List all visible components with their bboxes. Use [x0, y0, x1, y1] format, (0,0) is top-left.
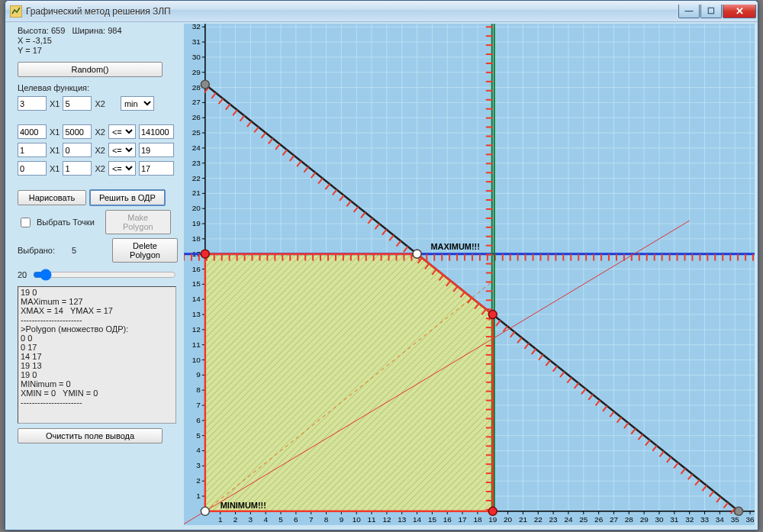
svg-text:10: 10	[353, 515, 362, 524]
minimize-button[interactable]: —	[678, 5, 700, 18]
svg-text:29: 29	[192, 68, 201, 76]
svg-text:18: 18	[192, 234, 201, 243]
solve-button[interactable]: Решить в ОДР	[89, 189, 166, 206]
svg-text:30: 30	[192, 53, 201, 61]
dim-info: Высота: 659 Ширина: 984	[18, 26, 178, 35]
svg-text:3: 3	[196, 461, 201, 469]
svg-text:21: 21	[192, 189, 201, 197]
c1-a1-input[interactable]	[18, 143, 47, 157]
delete-polygon-button[interactable]: Delete Polygon	[112, 238, 178, 263]
objective-label: Целевая функция:	[18, 83, 178, 92]
svg-text:MINIMUM!!!: MINIMUM!!!	[221, 501, 266, 510]
svg-text:1: 1	[196, 492, 201, 500]
svg-text:14: 14	[192, 295, 201, 303]
svg-text:28: 28	[625, 515, 634, 524]
pick-points-checkbox[interactable]	[21, 218, 31, 227]
svg-text:13: 13	[192, 310, 201, 318]
svg-text:2: 2	[196, 476, 201, 485]
svg-text:22: 22	[534, 515, 543, 524]
svg-text:33: 33	[700, 515, 710, 524]
maximize-button[interactable]: ☐	[700, 5, 722, 18]
c1-rhs-input[interactable]	[139, 143, 174, 157]
clear-output-button[interactable]: Очистить поле вывода	[18, 428, 163, 443]
svg-text:6: 6	[196, 416, 201, 424]
svg-text:27: 27	[192, 98, 201, 106]
svg-text:5: 5	[196, 431, 201, 440]
coord-x: X = -3,15	[18, 36, 178, 45]
svg-text:8: 8	[324, 515, 329, 524]
svg-text:32: 32	[192, 24, 201, 31]
svg-text:24: 24	[564, 515, 573, 524]
svg-text:16: 16	[443, 515, 452, 524]
output-textarea[interactable]: 19 0 MAXimum = 127 XMAX = 14 YMAX = 17 -…	[18, 286, 176, 424]
svg-text:19: 19	[192, 219, 201, 227]
svg-text:7: 7	[196, 401, 201, 409]
selected-count: 5	[72, 246, 76, 255]
svg-text:19: 19	[488, 515, 497, 524]
svg-text:MAXIMUM!!!: MAXIMUM!!!	[430, 242, 479, 251]
svg-text:6: 6	[294, 515, 298, 524]
svg-text:36: 36	[746, 515, 755, 524]
obj-c1-input[interactable]	[18, 96, 47, 111]
c2-rhs-input[interactable]	[139, 161, 174, 176]
c1-a2-input[interactable]	[63, 143, 92, 157]
svg-point-427	[201, 80, 209, 89]
svg-text:3: 3	[249, 515, 253, 524]
svg-text:8: 8	[196, 385, 201, 394]
c2-a1-input[interactable]	[18, 161, 47, 176]
make-polygon-button[interactable]: Make Polygon	[105, 210, 171, 234]
coord-y: Y = 17	[18, 46, 178, 55]
c1-sign-select[interactable]: <=	[108, 143, 136, 157]
svg-text:9: 9	[340, 515, 344, 524]
svg-text:9: 9	[196, 370, 201, 379]
c0-a1-input[interactable]	[18, 124, 47, 139]
svg-text:20: 20	[504, 515, 513, 524]
svg-text:30: 30	[655, 515, 664, 524]
svg-text:21: 21	[519, 515, 528, 524]
random-button[interactable]: Random()	[18, 62, 163, 77]
obj-c2-input[interactable]	[63, 96, 92, 111]
svg-text:31: 31	[670, 515, 679, 524]
app-icon	[10, 5, 22, 18]
svg-text:16: 16	[192, 265, 201, 273]
window-buttons: — ☐ ✕	[678, 5, 756, 18]
svg-text:25: 25	[579, 515, 588, 524]
svg-text:26: 26	[594, 515, 604, 524]
close-button[interactable]: ✕	[723, 5, 756, 18]
client-area: Высота: 659 Ширина: 984 X = -3,15 Y = 17…	[7, 24, 756, 528]
svg-text:13: 13	[398, 515, 407, 524]
minmax-select[interactable]: min	[121, 96, 154, 111]
pick-points-label: Выбрать Точки	[37, 218, 95, 227]
svg-text:12: 12	[192, 325, 201, 334]
svg-text:12: 12	[382, 515, 391, 524]
c2-a2-input[interactable]	[63, 161, 92, 176]
svg-text:24: 24	[192, 143, 201, 152]
svg-text:15: 15	[428, 515, 437, 524]
svg-text:20: 20	[192, 204, 201, 212]
svg-text:17: 17	[459, 515, 468, 524]
svg-text:1: 1	[218, 515, 223, 524]
c0-rhs-input[interactable]	[139, 124, 174, 139]
svg-text:4: 4	[263, 515, 268, 524]
svg-text:29: 29	[640, 515, 649, 524]
svg-text:2: 2	[233, 515, 238, 524]
c0-sign-select[interactable]: <=	[108, 124, 136, 139]
svg-point-426	[488, 507, 497, 515]
slider-value: 20	[18, 270, 27, 279]
control-panel: Высота: 659 Ширина: 984 X = -3,15 Y = 17…	[18, 25, 178, 443]
svg-text:27: 27	[610, 515, 619, 524]
svg-text:23: 23	[192, 159, 201, 167]
plot-area[interactable]: 1234567891011121314151617181920212223242…	[184, 24, 755, 525]
draw-button[interactable]: Нарисовать	[18, 190, 86, 205]
svg-text:25: 25	[192, 128, 201, 137]
window-title: Графический метод решения ЗЛП	[26, 6, 171, 17]
zoom-slider[interactable]	[33, 268, 176, 282]
plot-canvas[interactable]: 1234567891011121314151617181920212223242…	[184, 24, 755, 525]
c0-a2-input[interactable]	[63, 124, 92, 139]
svg-text:15: 15	[192, 279, 201, 288]
svg-text:18: 18	[473, 515, 482, 524]
svg-point-428	[735, 507, 743, 515]
c2-sign-select[interactable]: <=	[108, 161, 136, 176]
svg-text:28: 28	[192, 83, 201, 92]
svg-text:11: 11	[192, 340, 201, 349]
